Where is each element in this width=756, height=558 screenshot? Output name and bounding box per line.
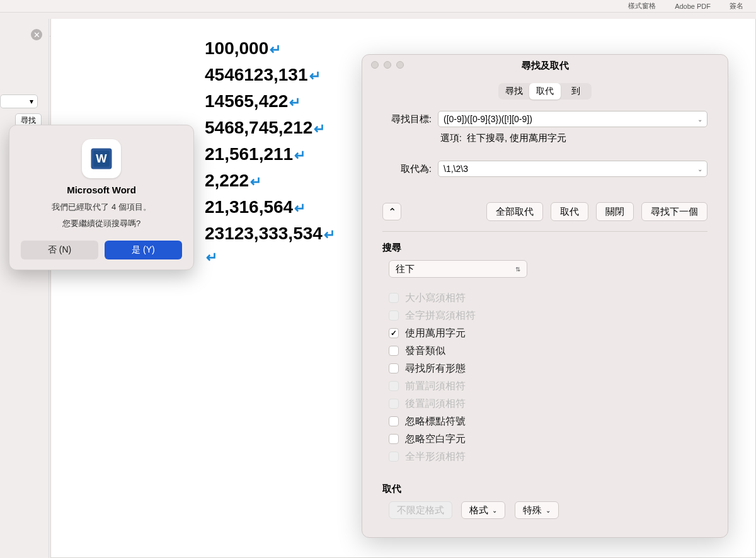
- paragraph-mark-icon: ↵: [294, 145, 306, 166]
- options-label: 選項:: [438, 132, 462, 144]
- checkbox-label: 尋找所有形態: [405, 362, 466, 375]
- paragraph-mark-icon: ↵: [206, 247, 217, 268]
- checkbox-option: 全字拼寫須相符: [389, 307, 707, 324]
- document-content: 100,000↵ 4546123,131↵ 14565,422↵ 5468,74…: [205, 35, 335, 268]
- replace-label: 取代為:: [382, 163, 432, 175]
- navigation-panel: ✕ ▾ 尋找: [0, 19, 49, 558]
- tab-find[interactable]: 尋找: [498, 83, 529, 100]
- checkbox-label: 使用萬用字元: [405, 327, 466, 340]
- window-title: 尋找及取代: [362, 60, 728, 72]
- dropdown-button[interactable]: ▾: [0, 94, 38, 108]
- tab-replace[interactable]: 取代: [529, 83, 560, 100]
- alert-title: Microsoft Word: [21, 185, 182, 195]
- checkbox-label: 前置詞須相符: [405, 380, 466, 393]
- replace-section-title: 取代: [382, 483, 707, 495]
- doc-line: 2,222↵: [205, 168, 335, 194]
- checkbox-box: [389, 363, 399, 373]
- checkbox-option[interactable]: 忽略標點符號: [389, 413, 707, 430]
- no-format-button: 不限定格式: [389, 501, 452, 519]
- paragraph-mark-icon: ↵: [309, 65, 321, 86]
- ribbon-label: 簽名: [730, 1, 743, 11]
- search-options-list: 大小寫須相符全字拼寫須相符使用萬用字元發音類似尋找所有形態前置詞須相符後置詞須相…: [389, 289, 707, 465]
- find-replace-window: 尋找及取代 尋找 取代 到 尋找目標: ⌄ 選項: 往下搜尋, 使用萬用字元 取…: [362, 54, 728, 538]
- options-value: 往下搜尋, 使用萬用字元: [467, 132, 566, 144]
- chevron-down-icon: ⌄: [492, 507, 497, 514]
- alert-dialog: W Microsoft Word 我們已經取代了 4 個項目。 您要繼續從頭搜尋…: [9, 125, 194, 270]
- svg-text:W: W: [96, 152, 107, 165]
- doc-line: ↵: [205, 247, 335, 268]
- paragraph-mark-icon: ↵: [324, 224, 335, 245]
- checkbox-option[interactable]: 忽略空白字元: [389, 430, 707, 448]
- replace-all-button[interactable]: 全部取代: [486, 202, 543, 221]
- alert-message: 我們已經取代了 4 個項目。: [21, 202, 182, 213]
- checkbox-label: 大小寫須相符: [405, 292, 466, 305]
- checkbox-box: [389, 381, 399, 391]
- doc-line: 5468,745,212↵: [205, 115, 335, 141]
- paragraph-mark-icon: ↵: [270, 39, 281, 60]
- doc-line: 14565,422↵: [205, 88, 335, 115]
- ribbon-label: Adobe PDF: [675, 3, 711, 10]
- search-direction-select[interactable]: 往下 ⇅: [389, 260, 527, 278]
- search-section-title: 搜尋: [382, 242, 707, 254]
- collapse-button[interactable]: ⌃: [382, 203, 401, 220]
- tab-bar: 尋找 取代 到: [498, 83, 592, 100]
- checkbox-option: 後置詞須相符: [389, 395, 707, 413]
- paragraph-mark-icon: ↵: [294, 198, 306, 219]
- zoom-window-icon[interactable]: [396, 61, 404, 69]
- checkbox-label: 全字拼寫須相符: [405, 309, 476, 322]
- ribbon-label: 樣式窗格: [628, 1, 656, 11]
- checkbox-label: 忽略空白字元: [405, 433, 466, 446]
- find-label: 尋找目標:: [382, 113, 432, 125]
- checkbox-box: [389, 293, 399, 303]
- paragraph-mark-icon: ↵: [314, 118, 325, 139]
- close-button[interactable]: 關閉: [596, 202, 634, 221]
- word-app-icon: W: [82, 139, 121, 178]
- format-button[interactable]: 格式⌄: [461, 501, 505, 519]
- no-button[interactable]: 否 (N): [21, 241, 98, 259]
- close-window-icon[interactable]: [371, 61, 379, 69]
- window-traffic-lights: [371, 61, 404, 69]
- doc-line: 23123,333,534↵: [205, 220, 335, 247]
- checkbox-option: 大小寫須相符: [389, 289, 707, 307]
- doc-line: 4546123,131↵: [205, 62, 335, 88]
- checkbox-box: [389, 452, 399, 462]
- close-icon[interactable]: ✕: [31, 29, 42, 40]
- paragraph-mark-icon: ↵: [250, 171, 261, 192]
- paragraph-mark-icon: ↵: [289, 92, 301, 113]
- checkbox-option[interactable]: 使用萬用字元: [389, 324, 707, 342]
- checkbox-box: [389, 416, 399, 426]
- chevron-up-icon: ⌃: [388, 206, 396, 218]
- checkbox-option: 全半形須相符: [389, 448, 707, 465]
- special-button[interactable]: 特殊⌄: [515, 501, 559, 519]
- alert-question: 您要繼續從頭搜尋嗎?: [21, 218, 182, 229]
- checkbox-box: [389, 399, 399, 409]
- checkbox-label: 後置詞須相符: [405, 397, 466, 411]
- yes-button[interactable]: 是 (Y): [105, 241, 182, 259]
- minimize-window-icon[interactable]: [384, 61, 391, 69]
- ribbon-strip: 樣式窗格 Adobe PDF 簽名: [0, 0, 756, 13]
- checkbox-box: [389, 346, 399, 356]
- checkbox-option[interactable]: 尋找所有形態: [389, 360, 707, 377]
- doc-line: 21,561,211↵: [205, 141, 335, 168]
- find-input[interactable]: [438, 111, 707, 127]
- checkbox-label: 全半形須相符: [405, 450, 466, 464]
- replace-input[interactable]: [438, 161, 707, 177]
- doc-line: 100,000↵: [205, 35, 335, 62]
- checkbox-label: 忽略標點符號: [405, 415, 466, 428]
- doc-line: 21,316,564↵: [205, 194, 335, 220]
- checkbox-box: [389, 434, 399, 444]
- checkbox-box: [389, 328, 399, 338]
- tab-goto[interactable]: 到: [561, 83, 592, 100]
- checkbox-option[interactable]: 發音類似: [389, 342, 707, 360]
- checkbox-box: [389, 310, 399, 321]
- checkbox-label: 發音類似: [405, 344, 445, 358]
- updown-arrows-icon: ⇅: [515, 266, 520, 273]
- find-next-button[interactable]: 尋找下一個: [641, 202, 707, 221]
- checkbox-option: 前置詞須相符: [389, 377, 707, 395]
- chevron-down-icon: ⌄: [546, 507, 551, 514]
- replace-button[interactable]: 取代: [551, 202, 588, 221]
